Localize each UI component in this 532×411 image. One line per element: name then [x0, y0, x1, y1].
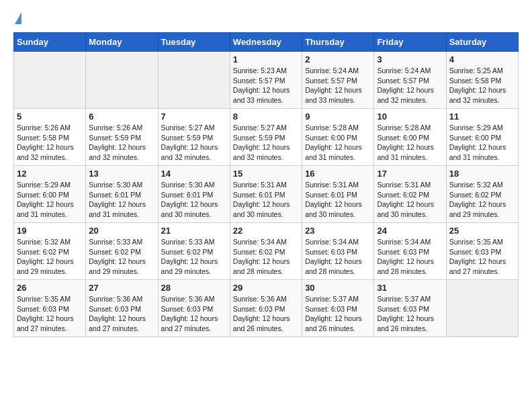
- calendar-cell: 11Sunrise: 5:29 AM Sunset: 6:00 PM Dayli…: [446, 109, 518, 166]
- calendar-cell: 25Sunrise: 5:35 AM Sunset: 6:03 PM Dayli…: [446, 223, 518, 280]
- calendar-cell: 17Sunrise: 5:31 AM Sunset: 6:02 PM Dayli…: [374, 166, 446, 223]
- weekday-header-cell: Wednesday: [230, 33, 302, 52]
- calendar-cell: [446, 280, 518, 337]
- day-number: 25: [449, 226, 515, 236]
- calendar-cell: 18Sunrise: 5:32 AM Sunset: 6:02 PM Dayli…: [446, 166, 518, 223]
- weekday-header-cell: Tuesday: [158, 33, 230, 52]
- day-info: Sunrise: 5:32 AM Sunset: 6:02 PM Dayligh…: [17, 237, 83, 277]
- day-info: Sunrise: 5:29 AM Sunset: 6:00 PM Dayligh…: [17, 180, 83, 220]
- day-number: 1: [233, 54, 299, 64]
- calendar-cell: 30Sunrise: 5:37 AM Sunset: 6:03 PM Dayli…: [302, 280, 374, 337]
- day-info: Sunrise: 5:34 AM Sunset: 6:03 PM Dayligh…: [377, 237, 443, 277]
- day-number: 11: [449, 111, 515, 122]
- calendar-cell: 8Sunrise: 5:27 AM Sunset: 5:59 PM Daylig…: [230, 109, 302, 166]
- day-number: 22: [233, 226, 299, 236]
- calendar-cell: [86, 52, 158, 109]
- calendar-cell: 9Sunrise: 5:28 AM Sunset: 6:00 PM Daylig…: [302, 109, 374, 166]
- calendar-week-row: 26Sunrise: 5:35 AM Sunset: 6:03 PM Dayli…: [14, 280, 519, 337]
- day-number: 7: [161, 111, 227, 122]
- day-number: 23: [305, 226, 371, 236]
- calendar-week-row: 19Sunrise: 5:32 AM Sunset: 6:02 PM Dayli…: [14, 223, 519, 280]
- day-number: 31: [377, 283, 443, 293]
- day-info: Sunrise: 5:33 AM Sunset: 6:02 PM Dayligh…: [161, 237, 227, 277]
- day-info: Sunrise: 5:31 AM Sunset: 6:02 PM Dayligh…: [377, 180, 443, 220]
- calendar-cell: 24Sunrise: 5:34 AM Sunset: 6:03 PM Dayli…: [374, 223, 446, 280]
- day-number: 24: [377, 226, 443, 236]
- day-number: 18: [449, 169, 515, 179]
- day-number: 26: [17, 283, 83, 293]
- calendar-cell: 6Sunrise: 5:26 AM Sunset: 5:59 PM Daylig…: [86, 109, 158, 166]
- calendar-cell: 5Sunrise: 5:26 AM Sunset: 5:58 PM Daylig…: [14, 109, 86, 166]
- day-number: 16: [305, 169, 371, 179]
- calendar-cell: 21Sunrise: 5:33 AM Sunset: 6:02 PM Dayli…: [158, 223, 230, 280]
- day-number: 29: [233, 283, 299, 293]
- calendar-cell: 28Sunrise: 5:36 AM Sunset: 6:03 PM Dayli…: [158, 280, 230, 337]
- calendar-cell: 12Sunrise: 5:29 AM Sunset: 6:00 PM Dayli…: [14, 166, 86, 223]
- day-number: 14: [161, 169, 227, 179]
- day-info: Sunrise: 5:30 AM Sunset: 6:01 PM Dayligh…: [161, 180, 227, 220]
- day-info: Sunrise: 5:28 AM Sunset: 6:00 PM Dayligh…: [377, 123, 443, 163]
- weekday-header-cell: Sunday: [14, 33, 86, 52]
- day-number: 20: [89, 226, 154, 236]
- calendar-cell: 10Sunrise: 5:28 AM Sunset: 6:00 PM Dayli…: [374, 109, 446, 166]
- logo: [13, 13, 21, 26]
- calendar-cell: 20Sunrise: 5:33 AM Sunset: 6:02 PM Dayli…: [86, 223, 158, 280]
- day-number: 10: [377, 111, 443, 122]
- calendar-cell: 27Sunrise: 5:36 AM Sunset: 6:03 PM Dayli…: [86, 280, 158, 337]
- weekday-header-cell: Saturday: [446, 33, 518, 52]
- weekday-header-cell: Thursday: [302, 33, 374, 52]
- day-info: Sunrise: 5:36 AM Sunset: 6:03 PM Dayligh…: [233, 294, 299, 334]
- day-number: 30: [305, 283, 371, 293]
- day-number: 5: [17, 111, 83, 122]
- day-number: 6: [89, 111, 154, 122]
- day-info: Sunrise: 5:29 AM Sunset: 6:00 PM Dayligh…: [449, 123, 515, 163]
- day-number: 3: [377, 54, 443, 64]
- day-info: Sunrise: 5:25 AM Sunset: 5:58 PM Dayligh…: [449, 66, 515, 105]
- day-number: 13: [89, 169, 154, 179]
- calendar-cell: 19Sunrise: 5:32 AM Sunset: 6:02 PM Dayli…: [14, 223, 86, 280]
- day-info: Sunrise: 5:32 AM Sunset: 6:02 PM Dayligh…: [449, 180, 515, 220]
- calendar-cell: 1Sunrise: 5:23 AM Sunset: 5:57 PM Daylig…: [230, 52, 302, 109]
- day-info: Sunrise: 5:31 AM Sunset: 6:01 PM Dayligh…: [305, 180, 371, 220]
- page-header: [13, 13, 519, 26]
- day-number: 21: [161, 226, 227, 236]
- day-info: Sunrise: 5:35 AM Sunset: 6:03 PM Dayligh…: [449, 237, 515, 277]
- calendar-cell: 13Sunrise: 5:30 AM Sunset: 6:01 PM Dayli…: [86, 166, 158, 223]
- calendar-table: SundayMondayTuesdayWednesdayThursdayFrid…: [13, 32, 519, 337]
- calendar-cell: 29Sunrise: 5:36 AM Sunset: 6:03 PM Dayli…: [230, 280, 302, 337]
- day-info: Sunrise: 5:34 AM Sunset: 6:03 PM Dayligh…: [305, 237, 371, 277]
- calendar-week-row: 5Sunrise: 5:26 AM Sunset: 5:58 PM Daylig…: [14, 109, 519, 166]
- calendar-cell: 7Sunrise: 5:27 AM Sunset: 5:59 PM Daylig…: [158, 109, 230, 166]
- day-info: Sunrise: 5:37 AM Sunset: 6:03 PM Dayligh…: [305, 294, 371, 334]
- weekday-header-cell: Friday: [374, 33, 446, 52]
- day-info: Sunrise: 5:24 AM Sunset: 5:57 PM Dayligh…: [305, 66, 371, 105]
- calendar-week-row: 12Sunrise: 5:29 AM Sunset: 6:00 PM Dayli…: [14, 166, 519, 223]
- calendar-cell: 3Sunrise: 5:24 AM Sunset: 5:57 PM Daylig…: [374, 52, 446, 109]
- day-info: Sunrise: 5:35 AM Sunset: 6:03 PM Dayligh…: [17, 294, 83, 334]
- day-info: Sunrise: 5:27 AM Sunset: 5:59 PM Dayligh…: [161, 123, 227, 163]
- day-number: 9: [305, 111, 371, 122]
- calendar-cell: 31Sunrise: 5:37 AM Sunset: 6:03 PM Dayli…: [374, 280, 446, 337]
- calendar-week-row: 1Sunrise: 5:23 AM Sunset: 5:57 PM Daylig…: [14, 52, 519, 109]
- day-number: 28: [161, 283, 227, 293]
- calendar-cell: 23Sunrise: 5:34 AM Sunset: 6:03 PM Dayli…: [302, 223, 374, 280]
- day-number: 2: [305, 54, 371, 64]
- calendar-cell: [158, 52, 230, 109]
- day-info: Sunrise: 5:30 AM Sunset: 6:01 PM Dayligh…: [89, 180, 154, 220]
- day-info: Sunrise: 5:31 AM Sunset: 6:01 PM Dayligh…: [233, 180, 299, 220]
- day-info: Sunrise: 5:28 AM Sunset: 6:00 PM Dayligh…: [305, 123, 371, 163]
- calendar-body: 1Sunrise: 5:23 AM Sunset: 5:57 PM Daylig…: [14, 52, 519, 337]
- day-number: 17: [377, 169, 443, 179]
- day-info: Sunrise: 5:36 AM Sunset: 6:03 PM Dayligh…: [89, 294, 154, 334]
- day-number: 4: [449, 54, 515, 64]
- logo-icon: [15, 12, 21, 24]
- calendar-cell: 15Sunrise: 5:31 AM Sunset: 6:01 PM Dayli…: [230, 166, 302, 223]
- calendar-cell: [14, 52, 86, 109]
- day-info: Sunrise: 5:27 AM Sunset: 5:59 PM Dayligh…: [233, 123, 299, 163]
- day-number: 12: [17, 169, 83, 179]
- weekday-header-row: SundayMondayTuesdayWednesdayThursdayFrid…: [14, 33, 519, 52]
- day-info: Sunrise: 5:33 AM Sunset: 6:02 PM Dayligh…: [89, 237, 154, 277]
- day-info: Sunrise: 5:26 AM Sunset: 5:58 PM Dayligh…: [17, 123, 83, 163]
- weekday-header-cell: Monday: [86, 33, 158, 52]
- calendar-cell: 16Sunrise: 5:31 AM Sunset: 6:01 PM Dayli…: [302, 166, 374, 223]
